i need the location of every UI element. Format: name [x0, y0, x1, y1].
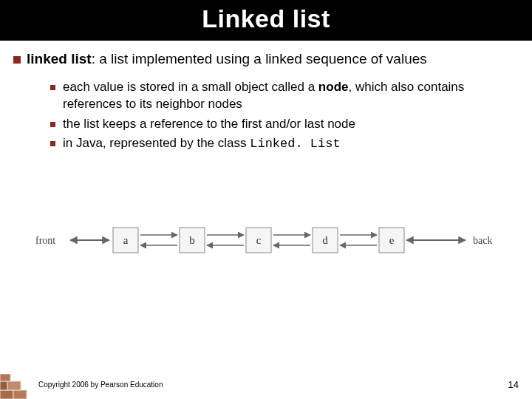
main-bullet: linked list: a list implemented using a … — [13, 50, 519, 69]
bullet-icon — [50, 85, 55, 90]
sub-bullet: in Java, represented by the class Linked… — [50, 135, 511, 153]
svg-rect-20 — [0, 390, 13, 399]
code-fragment: Linked. List — [250, 137, 340, 151]
svg-rect-23 — [7, 381, 21, 390]
back-label: back — [473, 235, 492, 246]
svg-rect-21 — [13, 390, 27, 399]
text-fragment: in Java, represented by the class — [63, 136, 250, 150]
bullet-icon — [50, 141, 55, 146]
front-label: front — [35, 235, 55, 246]
text-fragment: the list keeps a reference to the first … — [63, 117, 355, 131]
bullet-icon — [13, 56, 21, 64]
svg-rect-22 — [0, 381, 7, 390]
svg-text:b: b — [189, 234, 195, 246]
svg-text:a: a — [123, 234, 129, 246]
sub-bullet-text: the list keeps a reference to the first … — [63, 116, 355, 133]
sub-bullet: the list keeps a reference to the first … — [50, 116, 511, 133]
node-box: c — [246, 228, 271, 253]
main-bullet-rest: : a list implemented using a linked sequ… — [92, 51, 427, 66]
content-area: linked list: a list implemented using a … — [0, 41, 532, 153]
linked-list-diagram: front back a b c d e — [22, 214, 510, 273]
svg-text:c: c — [256, 234, 262, 246]
sub-bullet-text: each value is stored in a small object c… — [63, 79, 511, 113]
page-number: 14 — [508, 379, 519, 390]
term-linked-list: linked list — [27, 51, 92, 66]
node-box: e — [379, 228, 404, 253]
slide-title: Linked list — [0, 0, 532, 41]
svg-rect-24 — [0, 374, 10, 381]
bullet-icon — [50, 122, 55, 127]
node-box: a — [113, 228, 138, 253]
copyright-text: Copyright 2006 by Pearson Education — [38, 381, 163, 389]
svg-text:d: d — [322, 234, 328, 246]
svg-text:e: e — [389, 234, 395, 246]
main-bullet-text: linked list: a list implemented using a … — [27, 50, 519, 69]
sub-bullet-list: each value is stored in a small object c… — [13, 79, 519, 154]
term-node: node — [318, 80, 349, 94]
sub-bullet: each value is stored in a small object c… — [50, 79, 511, 113]
node-box: b — [180, 228, 205, 253]
text-fragment: each value is stored in a small object c… — [63, 80, 318, 94]
sub-bullet-text: in Java, represented by the class Linked… — [63, 135, 341, 153]
brick-corner-icon — [0, 374, 31, 399]
node-box: d — [313, 228, 338, 253]
